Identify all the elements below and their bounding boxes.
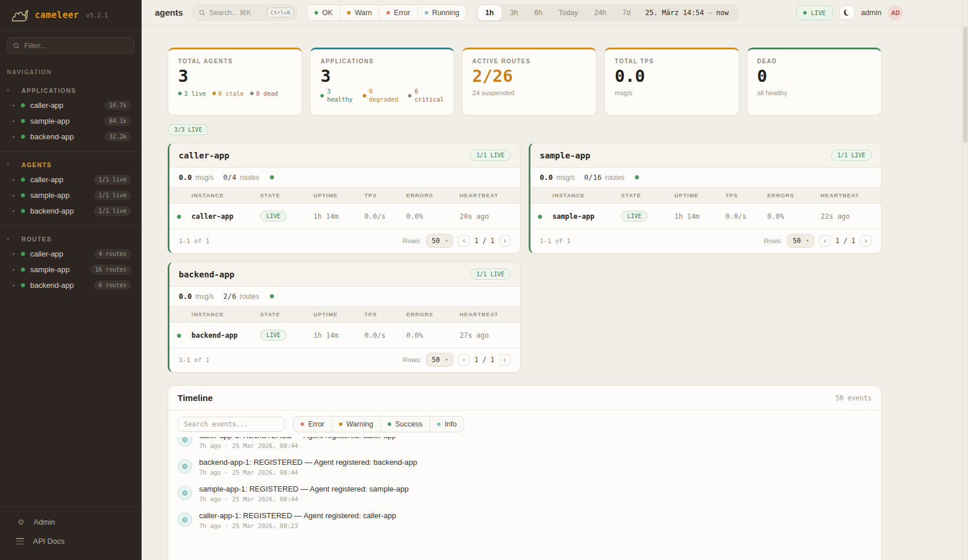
chevron-right-icon[interactable]: ▸ bbox=[13, 193, 21, 198]
live-status-badge[interactable]: LIVE bbox=[796, 5, 832, 20]
next-page-button[interactable]: › bbox=[860, 235, 872, 247]
prev-page-button[interactable]: ‹ bbox=[458, 235, 469, 247]
sidebar-item-sample-app[interactable]: ▸ sample-app 84.1k bbox=[0, 113, 142, 129]
events-search-input[interactable] bbox=[178, 417, 285, 432]
sidebar-section-routes: ▾ ROUTES ▸ caller-app 4 routes ▸ sample-… bbox=[0, 226, 142, 300]
sidebar-item-api-docs[interactable]: API Docs bbox=[0, 532, 142, 551]
filter-chip-warning[interactable]: Warning bbox=[331, 417, 380, 432]
chevron-down-icon: ▾ bbox=[446, 239, 448, 243]
filter-chip-success[interactable]: Success bbox=[380, 417, 429, 432]
global-search[interactable]: Ctrl+K bbox=[193, 5, 297, 20]
app-title: caller-app bbox=[179, 151, 229, 160]
app-stats-row: 0.0 msg/s 2/6 routes bbox=[169, 287, 520, 306]
chevron-right-icon[interactable]: ▸ bbox=[13, 134, 21, 139]
chevron-down-icon: ▾ bbox=[7, 88, 13, 93]
prev-page-button[interactable]: ‹ bbox=[819, 235, 830, 247]
chevron-right-icon[interactable]: ▸ bbox=[13, 118, 21, 124]
main-area: agents Ctrl+K OK Warn Error bbox=[142, 0, 968, 560]
status-dot-icon bbox=[21, 178, 25, 182]
sidebar-item-sample-app[interactable]: ▸ sample-app 1/1 live bbox=[0, 187, 142, 203]
time-range-1h[interactable]: 1h bbox=[478, 5, 501, 20]
rows-per-page-select[interactable]: 50 ▾ bbox=[426, 353, 453, 367]
critical-dot-icon bbox=[408, 94, 411, 97]
content: TOTAL AGENTS 3 3 live 0 stale 0 dead APP… bbox=[168, 48, 882, 560]
chevron-right-icon[interactable]: ▸ bbox=[13, 177, 21, 182]
event-filter-group: Error Warning Success Info bbox=[293, 416, 464, 432]
count-badge: 6 routes bbox=[94, 280, 131, 290]
instance-row[interactable]: sample-app LIVE 1h 14m 0.0/s 0.0% 22s ag… bbox=[530, 204, 881, 229]
live-dot-icon bbox=[803, 11, 807, 15]
filter-chip-warn[interactable]: Warn bbox=[339, 5, 378, 20]
table-footer: 1-1 of 1 Rows: 50 ▾ ‹ 1 / 1 › bbox=[530, 229, 881, 253]
sidebar-item-caller-app[interactable]: ▸ caller-app 1/1 live bbox=[0, 172, 142, 187]
state-badge: LIVE bbox=[260, 211, 287, 222]
live-dot-icon bbox=[177, 215, 181, 219]
event-gear-icon: ⚙ bbox=[178, 512, 192, 527]
chevron-right-icon[interactable]: ▸ bbox=[13, 283, 21, 288]
error-dot-icon bbox=[387, 11, 390, 15]
instances-table: INSTANCE STATE UPTIME TPS ERRORS HEARTBE… bbox=[169, 187, 520, 229]
time-range-6h[interactable]: 6h bbox=[527, 5, 550, 20]
event-item[interactable]: ⚙ caller-app-1: REGISTERED — Agent regis… bbox=[178, 511, 872, 538]
rows-per-page-select[interactable]: 50 ▾ bbox=[787, 234, 814, 248]
events-list[interactable]: ⚙ caller-app-1: REGISTERED — Agent regis… bbox=[168, 437, 881, 560]
chevron-right-icon[interactable]: ▸ bbox=[13, 251, 21, 256]
filter-chip-ok[interactable]: OK bbox=[308, 5, 339, 20]
instance-row[interactable]: caller-app LIVE 1h 14m 0.0/s 0.0% 20s ag… bbox=[169, 204, 520, 229]
stat-card-dead: DEAD 0 all healthy bbox=[747, 48, 882, 115]
chevron-right-icon[interactable]: ▸ bbox=[13, 267, 21, 272]
sidebar-item-admin[interactable]: ⚙ Admin bbox=[0, 512, 142, 532]
sidebar-item-backend-app[interactable]: ▸ backend-app 1/1 live bbox=[0, 203, 142, 219]
event-item[interactable]: ⚙ backend-app-1: REGISTERED — Agent regi… bbox=[178, 458, 872, 485]
chevron-right-icon[interactable]: ▸ bbox=[13, 103, 21, 108]
live-count-badge: 1/1 LIVE bbox=[831, 150, 872, 161]
chevron-right-icon[interactable]: ▸ bbox=[13, 208, 21, 214]
event-item[interactable]: ⚙ caller-app-1: REGISTERED — Agent regis… bbox=[178, 437, 872, 458]
sidebar-item-caller-app[interactable]: ▸ caller-app 10.7k bbox=[0, 97, 142, 113]
avatar[interactable]: AD bbox=[888, 5, 903, 20]
sidebar-item-backend-app[interactable]: ▸ backend-app 32.2k bbox=[0, 129, 142, 144]
time-range-3h[interactable]: 3h bbox=[503, 5, 526, 20]
scrollbar-thumb[interactable] bbox=[963, 27, 967, 143]
sidebar-filter-input[interactable] bbox=[24, 42, 128, 50]
health-dot-icon bbox=[635, 175, 639, 179]
next-page-button[interactable]: › bbox=[499, 354, 511, 366]
event-count: 50 events bbox=[836, 394, 872, 402]
dead-dot-icon bbox=[250, 92, 254, 95]
section-header-applications[interactable]: ▾ APPLICATIONS bbox=[0, 84, 142, 97]
time-range-7d[interactable]: 7d bbox=[615, 5, 638, 20]
status-dot-icon bbox=[21, 268, 25, 272]
time-range-today[interactable]: Today bbox=[551, 5, 586, 20]
stat-value: 3 bbox=[178, 68, 292, 85]
sidebar-item-backend-app[interactable]: ▸ backend-app 6 routes bbox=[0, 277, 142, 293]
next-page-button[interactable]: › bbox=[499, 235, 511, 247]
live-count-badge: 1/1 LIVE bbox=[470, 269, 511, 280]
count-badge: 32.2k bbox=[104, 132, 131, 142]
page-scrollbar[interactable] bbox=[962, 0, 968, 560]
sidebar-item-sample-app[interactable]: ▸ sample-app 16 routes bbox=[0, 262, 142, 277]
live-dot-icon bbox=[538, 215, 542, 219]
filter-chip-error[interactable]: Error bbox=[379, 5, 417, 20]
status-dot-icon bbox=[21, 135, 25, 139]
section-header-routes[interactable]: ▾ ROUTES bbox=[0, 232, 142, 246]
global-search-input[interactable] bbox=[210, 9, 263, 17]
instance-row[interactable]: backend-app LIVE 1h 14m 0.0/s 0.0% 27s a… bbox=[169, 323, 520, 348]
filter-chip-running[interactable]: Running bbox=[417, 5, 467, 20]
sidebar-section-applications: ▾ APPLICATIONS ▸ caller-app 10.7k ▸ samp… bbox=[0, 78, 142, 151]
status-dot-icon bbox=[21, 252, 25, 256]
theme-toggle-button[interactable] bbox=[839, 5, 855, 20]
sidebar-item-caller-app[interactable]: ▸ caller-app 4 routes bbox=[0, 246, 142, 262]
time-range-24h[interactable]: 24h bbox=[587, 5, 614, 20]
time-range-group: 1h 3h 6h Today 24h 7d 25. März 14:54 — n… bbox=[476, 4, 738, 21]
rows-per-page-select[interactable]: 50 ▾ bbox=[426, 234, 453, 248]
moon-icon bbox=[844, 9, 850, 16]
filter-chip-error[interactable]: Error bbox=[294, 417, 331, 432]
stat-card-applications: APPLICATIONS 3 3healthy 0degraded 0criti… bbox=[310, 48, 454, 115]
filter-chip-info[interactable]: Info bbox=[429, 417, 464, 432]
section-header-agents[interactable]: ▾ AGENTS bbox=[0, 158, 142, 172]
prev-page-button[interactable]: ‹ bbox=[458, 354, 469, 366]
event-item[interactable]: ⚙ sample-app-1: REGISTERED — Agent regis… bbox=[178, 485, 872, 511]
ok-dot-icon bbox=[315, 11, 318, 15]
sidebar-filter[interactable] bbox=[7, 37, 135, 54]
sidebar-footer: ⚙ Admin API Docs bbox=[0, 506, 142, 560]
